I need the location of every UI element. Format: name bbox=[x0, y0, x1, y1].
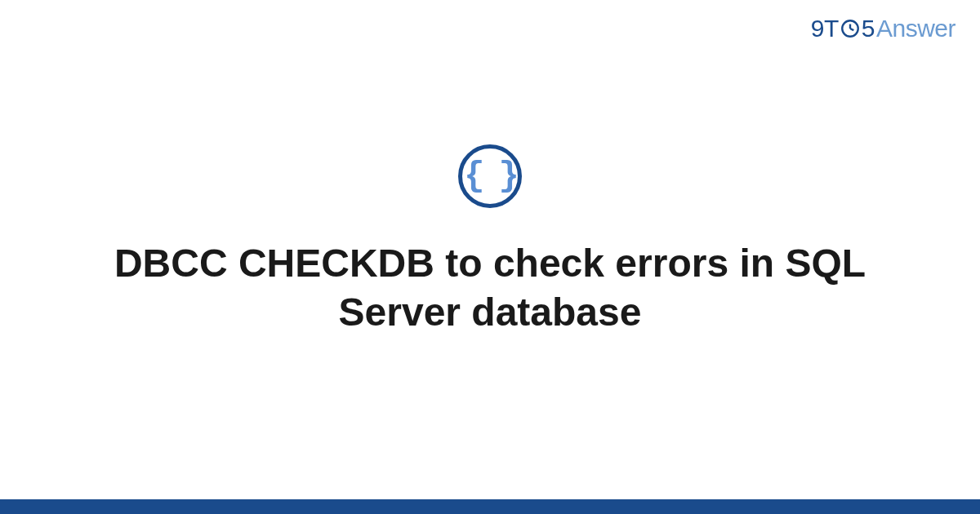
code-braces-icon: { } bbox=[458, 144, 522, 208]
braces-glyph: { } bbox=[464, 159, 516, 193]
page-title: DBCC CHECKDB to check errors in SQL Serv… bbox=[98, 239, 882, 337]
main-content: { } DBCC CHECKDB to check errors in SQL … bbox=[0, 0, 980, 514]
footer-accent-bar bbox=[0, 499, 980, 514]
